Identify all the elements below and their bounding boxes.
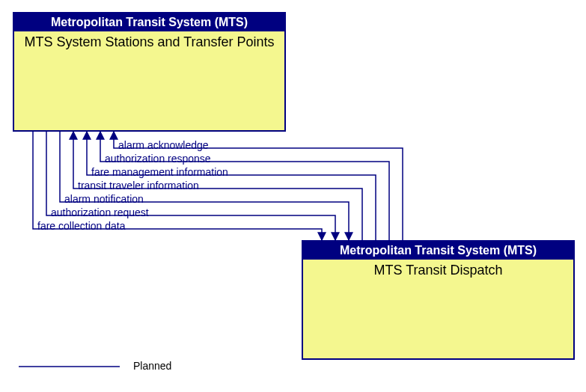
- flow-label-transit-traveler-information: transit traveler information: [78, 180, 199, 192]
- flow-label-alarm-acknowledge: alarm acknowledge: [118, 139, 209, 151]
- entity-box-stations: Metropolitan Transit System (MTS) MTS Sy…: [13, 12, 286, 132]
- entity-org-stations: Metropolitan Transit System (MTS): [14, 13, 284, 31]
- flow-label-alarm-notification: alarm notification: [64, 193, 144, 205]
- diagram-stage: Metropolitan Transit System (MTS) MTS Sy…: [0, 0, 586, 392]
- flow-label-fare-management-information: fare management information: [91, 166, 228, 178]
- flow-label-authorization-request: authorization request: [51, 206, 149, 218]
- entity-title-stations: MTS System Stations and Transfer Points: [14, 31, 284, 50]
- flow-label-authorization-response: authorization response: [105, 153, 211, 165]
- entity-box-dispatch: Metropolitan Transit System (MTS) MTS Tr…: [302, 240, 575, 360]
- flow-label-fare-collection-data: fare collection data: [37, 220, 126, 232]
- entity-org-dispatch: Metropolitan Transit System (MTS): [303, 242, 573, 260]
- entity-title-dispatch: MTS Transit Dispatch: [303, 260, 573, 278]
- legend-label-planned: Planned: [133, 360, 171, 372]
